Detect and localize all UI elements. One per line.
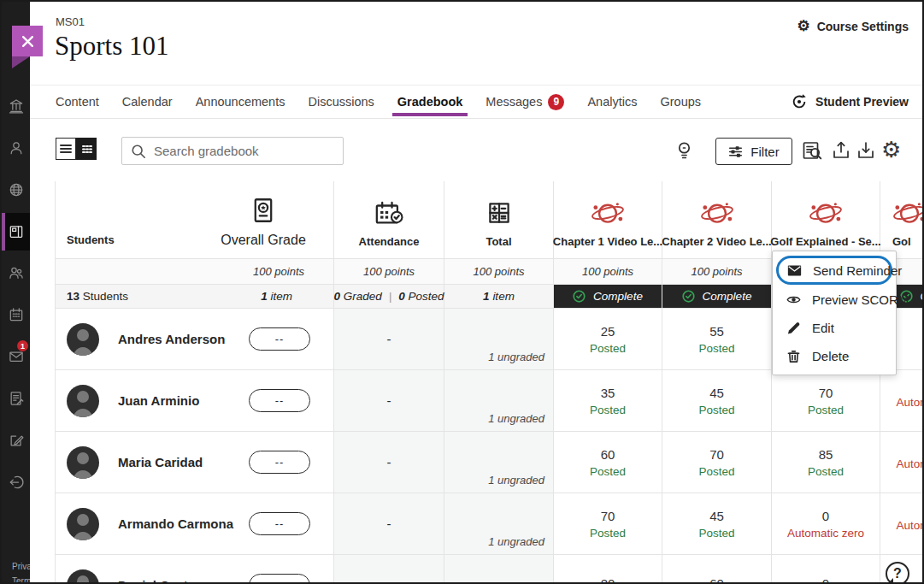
menu-item-send-reminder[interactable]: Send Reminder <box>779 258 890 282</box>
calendar-icon[interactable] <box>2 296 30 333</box>
grade-cell[interactable]: 45Posted <box>662 370 772 431</box>
student-name[interactable]: Andres Anderson <box>118 332 225 346</box>
grade-cell[interactable]: 0 <box>772 555 880 584</box>
table-row: Daniel Castro -- 80 60 0 <box>56 555 924 584</box>
grade-cell[interactable]: 45Posted <box>662 493 772 554</box>
tools-icon[interactable] <box>2 422 30 459</box>
total-cell[interactable]: 1 ungraded <box>444 309 554 369</box>
course-code: MS01 <box>56 15 85 28</box>
grade-cell[interactable]: Automatic zero <box>880 493 924 554</box>
avatar[interactable] <box>67 508 99 540</box>
courses-icon[interactable] <box>2 213 30 251</box>
profile-icon[interactable] <box>2 129 30 167</box>
tab-gradebook[interactable]: Gradebook <box>397 86 463 118</box>
attendance-cell[interactable]: - <box>334 432 444 493</box>
total-cell[interactable]: 1 ungraded <box>444 493 554 554</box>
grade-cell[interactable]: 80 <box>554 555 662 584</box>
tab-messages[interactable]: Messages 9 <box>486 86 564 118</box>
student-preview-icon <box>790 92 809 111</box>
overall-grade-pill[interactable]: -- <box>249 451 310 474</box>
menu-item-delete[interactable]: Delete <box>773 342 896 370</box>
activity-stream-icon[interactable] <box>2 171 30 209</box>
terms-link[interactable]: Terms <box>12 576 30 584</box>
close-icon <box>21 35 34 48</box>
check-circle-icon <box>573 290 586 303</box>
filter-button[interactable]: Filter <box>715 138 792 165</box>
sign-out-icon[interactable] <box>2 463 30 501</box>
column-header-total[interactable]: Total <box>444 181 554 258</box>
privacy-link[interactable]: Privacy <box>12 562 30 571</box>
messages-icon[interactable]: 1 <box>2 338 30 375</box>
search-input[interactable] <box>154 144 334 158</box>
organizations-icon[interactable] <box>2 254 30 292</box>
tab-groups[interactable]: Groups <box>660 86 701 118</box>
chapter2-complete-badge: Complete <box>662 285 771 308</box>
attendance-cell[interactable]: - <box>334 493 444 554</box>
total-cell[interactable] <box>444 555 554 584</box>
ribbon-fold <box>12 56 30 68</box>
grid-view-button[interactable] <box>76 138 97 160</box>
tab-discussions[interactable]: Discussions <box>308 86 374 118</box>
course-settings-button[interactable]: ⚙ Course Settings <box>797 19 909 33</box>
download-icon[interactable] <box>856 140 875 163</box>
column-header-overflow[interactable]: Gol <box>880 181 924 258</box>
grades-icon[interactable] <box>2 380 30 417</box>
check-circle-icon <box>682 290 695 303</box>
grade-cell[interactable]: 85Posted <box>772 432 880 493</box>
overall-grade-item-count: 1 item <box>261 290 292 303</box>
tips-lightbulb-icon[interactable] <box>676 141 692 164</box>
close-course-button[interactable] <box>12 26 43 56</box>
grade-cell[interactable]: 70Posted <box>662 432 772 493</box>
menu-item-preview-scorm[interactable]: Preview SCORM <box>773 286 896 314</box>
filter-icon <box>728 145 743 159</box>
attendance-cell[interactable]: - <box>334 370 444 431</box>
grade-cell[interactable]: 60Posted <box>554 432 662 493</box>
total-cell[interactable]: 1 ungraded <box>444 370 554 431</box>
table-row: Maria Caridad -- - 1 ungraded 60Posted 7… <box>56 432 924 493</box>
gradebook-settings-gear-icon[interactable]: ⚙ <box>881 139 901 161</box>
attendance-cell[interactable] <box>334 555 444 584</box>
grade-cell[interactable]: 70Posted <box>772 370 880 431</box>
messages-count-badge: 1 <box>17 340 28 351</box>
student-name[interactable]: Armando Carmona <box>118 516 233 531</box>
tab-calendar[interactable]: Calendar <box>122 86 173 118</box>
grade-cell[interactable]: 35Posted <box>554 370 662 431</box>
student-name[interactable]: Juan Arminio <box>118 393 199 408</box>
grade-cell[interactable]: 25Posted <box>554 309 662 369</box>
column-header-chapter1[interactable]: Chapter 1 Video Le... <box>554 181 662 258</box>
column-header-golf[interactable]: Golf Explained - Se... <box>772 181 880 258</box>
scorm-planet-icon <box>700 198 734 227</box>
tab-announcements[interactable]: Announcements <box>196 86 285 118</box>
avatar[interactable] <box>67 323 99 356</box>
overall-grade-pill[interactable]: -- <box>249 327 310 351</box>
overall-grade-pill[interactable]: -- <box>249 389 310 412</box>
grade-cell[interactable]: 55Posted <box>662 309 772 369</box>
attendance-cell[interactable]: - <box>334 309 444 369</box>
chapter1-points: 100 points <box>582 265 633 278</box>
total-cell[interactable]: 1 ungraded <box>444 432 554 493</box>
student-name[interactable]: Daniel Castro <box>118 578 201 584</box>
grade-cell[interactable]: 0Automatic zero <box>772 493 880 554</box>
avatar[interactable] <box>67 569 99 584</box>
list-view-button[interactable] <box>56 138 76 160</box>
upload-icon[interactable] <box>832 140 850 163</box>
student-activity-search-icon[interactable] <box>802 140 823 164</box>
tab-analytics[interactable]: Analytics <box>587 86 637 118</box>
grade-cell[interactable]: 70Posted <box>554 493 662 554</box>
grade-cell[interactable]: Automatic zero <box>880 370 924 431</box>
grade-cell[interactable]: 60 <box>662 555 772 584</box>
help-button[interactable]: ? <box>886 562 909 584</box>
avatar[interactable] <box>67 385 99 417</box>
column-header-chapter2[interactable]: Chapter 2 Video Le... <box>662 181 772 258</box>
overall-grade-pill[interactable]: -- <box>249 574 310 584</box>
column-header-attendance[interactable]: Attendance <box>334 181 444 258</box>
institution-icon[interactable] <box>2 87 30 125</box>
grade-cell[interactable]: Automatic zero <box>880 432 924 493</box>
overall-grade-pill[interactable]: -- <box>249 512 310 535</box>
student-preview-button[interactable]: Student Preview <box>790 86 909 118</box>
column-header-overall-grade[interactable]: Overall Grade <box>212 196 315 248</box>
tab-content[interactable]: Content <box>56 86 99 118</box>
student-name[interactable]: Maria Caridad <box>118 455 203 469</box>
menu-item-edit[interactable]: Edit <box>773 314 896 342</box>
avatar[interactable] <box>67 446 99 479</box>
